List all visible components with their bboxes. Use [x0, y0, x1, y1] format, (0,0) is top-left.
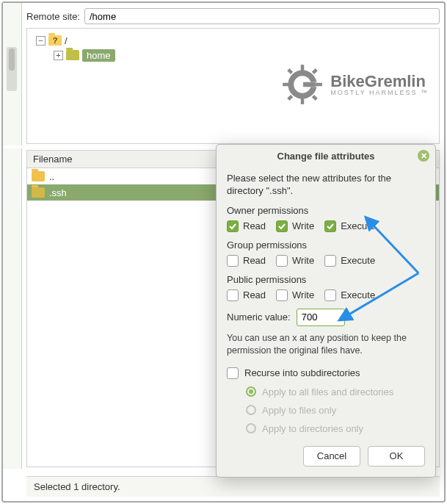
logo-brand: BikeGremlin [330, 73, 429, 90]
left-gutter-top [3, 3, 22, 145]
svg-rect-6 [312, 68, 318, 74]
svg-rect-2 [301, 98, 304, 104]
svg-rect-3 [283, 83, 288, 86]
folder-icon [32, 171, 45, 181]
owner-read-checkbox[interactable] [227, 220, 239, 232]
cancel-button[interactable]: Cancel [303, 446, 360, 467]
scrollbar-stub[interactable] [7, 47, 17, 91]
ok-button[interactable]: OK [368, 446, 425, 467]
group-perms-title: Group permissions [227, 240, 425, 251]
file-name: .. [49, 171, 54, 182]
logo-tagline: MOSTLY HARMLESS ™ [330, 90, 429, 96]
public-read-checkbox[interactable] [227, 289, 239, 301]
group-write-checkbox[interactable] [276, 255, 288, 267]
public-perms-title: Public permissions [227, 274, 425, 285]
change-attributes-dialog: Change file attributes ✕ Please select t… [216, 144, 436, 478]
remote-tree[interactable]: − ? / + home [26, 28, 440, 144]
folder-icon [66, 50, 79, 60]
folder-icon [32, 187, 45, 198]
recurse-options: Apply to all files and directories Apply… [227, 386, 425, 434]
unknown-folder-icon: ? [48, 35, 62, 46]
group-execute-checkbox[interactable] [324, 255, 336, 267]
recurse-checkbox[interactable] [227, 367, 239, 379]
public-execute-checkbox[interactable] [324, 289, 336, 301]
numeric-value-input[interactable] [297, 309, 345, 326]
svg-rect-5 [288, 68, 294, 74]
numeric-label: Numeric value: [227, 312, 291, 323]
dialog-title: Change file attributes [277, 151, 375, 162]
left-gutter-bottom [3, 148, 22, 469]
public-write-checkbox[interactable] [276, 289, 288, 301]
radio-apply-all[interactable] [246, 386, 256, 397]
radio-apply-files[interactable] [246, 405, 256, 415]
gear-icon [282, 64, 323, 105]
svg-rect-1 [301, 65, 304, 71]
svg-rect-7 [288, 95, 294, 101]
recurse-label: Recurse into subdirectories [244, 367, 360, 378]
close-icon[interactable]: ✕ [418, 150, 429, 162]
status-bar: Selected 1 directory. [26, 476, 440, 497]
owner-execute-checkbox[interactable] [324, 220, 336, 232]
dialog-intro: Please select the new attributes for the… [227, 173, 425, 198]
tree-expander-root[interactable]: − [36, 36, 46, 46]
file-name: .ssh [49, 187, 67, 198]
group-read-checkbox[interactable] [227, 255, 239, 267]
radio-apply-dirs[interactable] [246, 423, 256, 433]
remote-site-label: Remote site: [26, 11, 80, 22]
watermark-logo: BikeGremlin MOSTLY HARMLESS ™ [282, 64, 429, 105]
remote-site-input[interactable] [84, 8, 440, 24]
owner-write-checkbox[interactable] [276, 220, 288, 232]
tree-expander-home[interactable]: + [54, 51, 63, 60]
tree-root-label[interactable]: / [65, 35, 68, 46]
tree-node-home[interactable]: home [82, 49, 115, 62]
owner-perms-title: Owner permissions [227, 205, 425, 216]
numeric-hint: You can use an x at any position to keep… [227, 332, 425, 357]
